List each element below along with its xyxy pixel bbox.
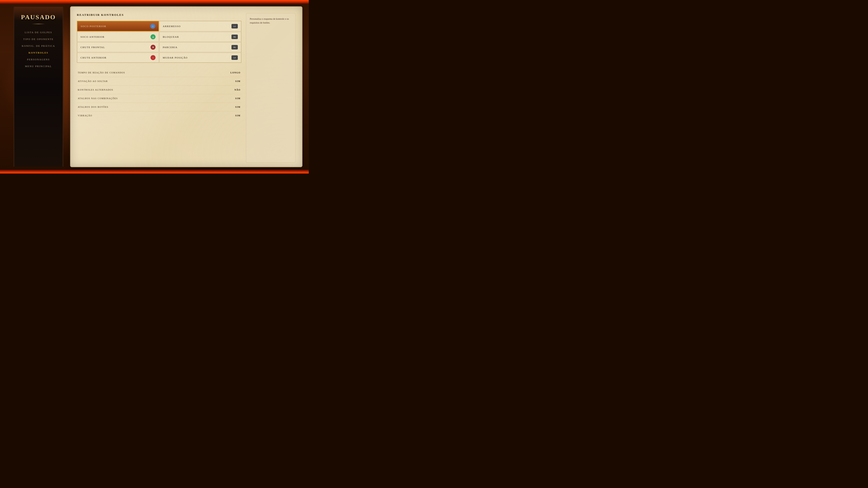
control-chute-anterior[interactable]: Chute Anterior ○: [77, 53, 159, 63]
sidebar-item-menu-principal[interactable]: Menu Principal: [25, 65, 52, 68]
setting-kontroles-alternados[interactable]: Kontroles Alternados Não: [77, 86, 241, 94]
sidebar: Pausado Lista de Golpes Tipo de Oponente…: [13, 7, 63, 167]
setting-label-vibracao: Vibração: [78, 114, 92, 117]
control-arremesso[interactable]: Arremesso L1: [159, 21, 241, 31]
sidebar-item-konfig-pratica[interactable]: Konfig. de Prática: [22, 44, 55, 47]
control-soco-anterior[interactable]: Soco Anterior △: [77, 32, 159, 42]
sidebar-title: Pausado: [21, 13, 56, 21]
panel-left: Reatribuir Kontroles Soco Posterior □ Ar…: [77, 13, 241, 163]
setting-label-atalhos-combinacoes: Atalhos nas Combinações: [78, 97, 118, 100]
btn-square-icon: □: [150, 24, 155, 29]
control-name-bloquear: Bloquear: [163, 35, 179, 38]
settings-list: Tempo de Reação de Comandos Longo Ativaç…: [77, 68, 241, 120]
setting-label-atalhos-botoes: Atalhos dos Botões: [78, 106, 108, 108]
sidebar-item-personagens[interactable]: Personagens: [27, 58, 50, 61]
setting-value-vibracao: Sim: [235, 114, 241, 117]
control-name-parceria: Parceria: [163, 46, 178, 48]
control-mudar-posicao[interactable]: Mudar Posição L2: [159, 53, 241, 63]
panel-right: Personaliza o esquema de kontrole e os r…: [246, 13, 296, 163]
sidebar-divider: [32, 24, 45, 24]
btn-r1-icon: R1: [231, 45, 238, 50]
control-bloquear[interactable]: Bloquear R2: [159, 32, 241, 42]
sidebar-item-tipo-oponente[interactable]: Tipo de Oponente: [23, 38, 54, 40]
control-name-arremesso: Arremesso: [163, 25, 181, 28]
setting-atalhos-combinacoes[interactable]: Atalhos nas Combinações Sim: [77, 94, 241, 103]
sidebar-item-lista-golpes[interactable]: Lista de Golpes: [25, 31, 52, 34]
fire-top-border: [0, 0, 309, 4]
setting-value-ativacao-soltar: Sim: [235, 80, 241, 83]
section-title: Reatribuir Kontroles: [77, 13, 241, 17]
control-name-mudar-posicao: Mudar Posição: [163, 56, 188, 59]
control-name-chute-anterior: Chute Anterior: [81, 56, 106, 59]
setting-label-ativacao-soltar: Ativação ao Soltar: [78, 80, 108, 83]
info-text: Personaliza o esquema de kontrole e os r…: [250, 17, 292, 24]
main-panel: Reatribuir Kontroles Soco Posterior □ Ar…: [70, 6, 303, 167]
btn-r2-icon: R2: [231, 35, 238, 39]
setting-label-tempo-reacao: Tempo de Reação de Comandos: [78, 71, 125, 74]
setting-vibracao[interactable]: Vibração Sim: [77, 111, 241, 120]
fire-bottom-border: [0, 169, 309, 173]
setting-atalhos-botoes[interactable]: Atalhos dos Botões Sim: [77, 103, 241, 111]
btn-circle-icon: ○: [151, 55, 156, 60]
btn-l2-icon: L2: [231, 55, 238, 60]
control-parceria[interactable]: Parceria R1: [159, 42, 241, 52]
content-inner: Reatribuir Kontroles Soco Posterior □ Ar…: [70, 6, 303, 167]
control-chute-frontal[interactable]: Chute Frontal ✕: [77, 42, 159, 52]
btn-l1-icon: L1: [231, 24, 238, 29]
control-soco-posterior[interactable]: Soco Posterior □: [77, 21, 159, 31]
setting-label-kontroles-alternados: Kontroles Alternados: [78, 89, 113, 91]
control-name-chute-frontal: Chute Frontal: [81, 46, 105, 48]
btn-triangle-icon: △: [151, 34, 156, 39]
setting-value-atalhos-botoes: Sim: [235, 106, 241, 108]
setting-value-kontroles-alternados: Não: [235, 89, 241, 91]
sidebar-item-kontroles[interactable]: Kontroles: [29, 51, 49, 54]
setting-ativacao-soltar[interactable]: Ativação ao Soltar Sim: [77, 77, 241, 86]
sidebar-nav: Lista de Golpes Tipo de Oponente Konfig.…: [17, 31, 60, 68]
setting-tempo-reacao[interactable]: Tempo de Reação de Comandos Longo: [77, 68, 241, 77]
btn-cross-icon: ✕: [151, 45, 156, 50]
setting-value-atalhos-combinacoes: Sim: [235, 97, 241, 100]
control-name-soco-anterior: Soco Anterior: [81, 35, 105, 38]
control-name-soco-posterior: Soco Posterior: [81, 25, 106, 28]
controls-grid: Soco Posterior □ Arremesso L1 Soco Anter…: [77, 21, 241, 63]
setting-value-tempo-reacao: Longo: [230, 71, 241, 74]
